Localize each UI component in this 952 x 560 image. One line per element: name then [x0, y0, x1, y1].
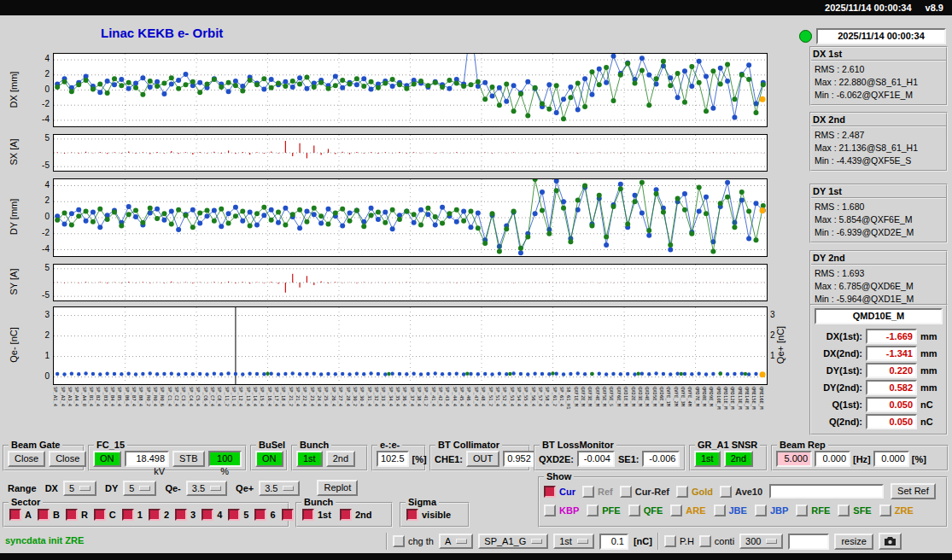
bpm-label: SP_30_2	[353, 387, 358, 406]
se1-label: SE1:	[618, 454, 639, 464]
show-rfe-checkbox[interactable]: RFE	[796, 505, 830, 516]
show-jbe-checkbox[interactable]: JBE	[714, 505, 747, 516]
show-pfe-checkbox[interactable]: PFE	[587, 505, 620, 516]
dy-orbit-plot[interactable]	[53, 178, 768, 257]
show-qfe-checkbox[interactable]: QFE	[628, 505, 663, 516]
bpm-label: SP_B1_4	[89, 387, 94, 406]
dx-axis-label: DX [mm]	[7, 53, 20, 125]
extra-input[interactable]	[788, 534, 829, 550]
show-kbp-checkbox[interactable]: KBP	[544, 505, 579, 516]
sector-a-checkbox[interactable]: A	[9, 509, 32, 521]
bpm-label: QXD1E_M	[623, 387, 628, 406]
stat-line: Min : -6.062@QXF1E_M	[815, 89, 943, 102]
bunch-2nd-checkbox[interactable]: 2nd	[340, 509, 372, 521]
bpm-label: SP_A3_4	[67, 387, 73, 406]
monitor-row-value: -1.669	[866, 329, 917, 344]
status-timestamp: 2025/11/14 00:00:34	[816, 28, 946, 44]
replot-button[interactable]: Replot	[317, 480, 358, 496]
bpm-label: SP_51_4	[495, 387, 500, 406]
checkbox-box	[201, 509, 213, 521]
qe-plus-range-select[interactable]: 3.5	[259, 481, 300, 496]
bunch-select-group-label: Bunch	[301, 497, 336, 507]
sector-1-checkbox[interactable]: 1	[122, 509, 143, 521]
show-zre-checkbox[interactable]: ZRE	[879, 505, 914, 516]
fc15-on-button[interactable]: ON	[93, 451, 121, 467]
bunch-number-select[interactable]: 1st	[553, 534, 594, 549]
interval-select[interactable]: 300	[739, 534, 783, 549]
bpm-select[interactable]: SP_A1_G	[478, 534, 548, 549]
sigma-visible-checkbox[interactable]: visible	[406, 509, 451, 521]
checkbox-label: Gold	[692, 487, 713, 497]
sector-6-checkbox[interactable]: 6	[254, 509, 275, 521]
gr-a1-snsr-group-label: GR_A1 SNSR	[695, 440, 760, 450]
checkbox-label: 5	[243, 510, 248, 520]
show-cur-checkbox[interactable]: Cur	[544, 486, 575, 498]
checkbox-box	[699, 535, 711, 547]
fc15-group: FC_15 ON 18.498 kV STB 100 %	[88, 445, 247, 471]
resize-button[interactable]: resize	[834, 534, 873, 550]
checkbox-box	[796, 505, 808, 516]
stat-line: RMS : 1.680	[815, 201, 943, 213]
chg-th-checkbox[interactable]: chg th	[393, 535, 434, 547]
y-tick-label: -2	[32, 228, 50, 237]
sector-4-checkbox[interactable]: 4	[201, 509, 222, 521]
show-ref-checkbox[interactable]: Ref	[582, 486, 613, 498]
busel-on-button[interactable]: ON	[255, 451, 283, 467]
threshold-input[interactable]: 0.1	[599, 534, 628, 550]
checkbox-box	[838, 505, 850, 516]
ref-name-input[interactable]	[769, 484, 884, 499]
bunch-1st-button[interactable]: 1st	[296, 451, 323, 467]
bpm-label: QMD11E_M	[723, 387, 728, 410]
set-ref-button[interactable]: Set Ref	[891, 483, 936, 499]
conti-checkbox[interactable]: conti	[699, 535, 734, 547]
sector-b-checkbox[interactable]: B	[38, 509, 60, 521]
bpm-label: QXD6E_M	[659, 387, 664, 406]
sector-5-checkbox[interactable]: 5	[228, 509, 248, 521]
bpm-label: QXF2E_M	[581, 387, 586, 406]
checkbox-box	[544, 505, 556, 516]
show-cur-ref-checkbox[interactable]: Cur-Ref	[620, 486, 669, 498]
sy-steering-plot[interactable]	[53, 264, 768, 301]
checkbox-box	[755, 505, 767, 516]
busel-group: BuSel ON	[250, 445, 288, 471]
dx-range-select[interactable]: 5	[63, 481, 96, 496]
show-are-checkbox[interactable]: ARE	[670, 505, 705, 516]
qe-minus-range-select[interactable]: 3.5	[186, 481, 227, 496]
checkbox-box	[149, 509, 161, 521]
show-jbp-checkbox[interactable]: JBP	[755, 505, 788, 516]
che1-label: CHE1:	[435, 454, 463, 464]
bunch-2nd-button[interactable]: 2nd	[326, 451, 355, 467]
y-tick-label: 0	[32, 371, 50, 381]
show-ave10-checkbox[interactable]: Ave10	[720, 486, 762, 498]
checkbox-label: Ref	[598, 487, 613, 497]
dx-orbit-plot[interactable]	[53, 53, 768, 127]
gr-a1-2nd-button[interactable]: 2nd	[724, 451, 753, 467]
sector-mode-select[interactable]: A	[439, 534, 473, 549]
fc15-stb-button[interactable]: STB	[172, 451, 204, 467]
camera-button[interactable]	[879, 533, 902, 550]
dy-range-select[interactable]: 5	[123, 481, 156, 496]
bpm-label: SP_23_4	[310, 387, 315, 406]
ph-checkbox[interactable]: P.H	[664, 535, 694, 547]
monitor-row-value: 0.220	[866, 363, 917, 378]
sector-r-checkbox[interactable]: R	[66, 509, 88, 521]
sx-steering-plot[interactable]	[53, 134, 768, 172]
checkbox-label: QFE	[644, 505, 663, 516]
charge-plot[interactable]	[53, 306, 768, 385]
show-gold-checkbox[interactable]: Gold	[676, 486, 713, 498]
qxd2e-label: QXD2E:	[539, 454, 574, 464]
gr-a1-1st-button[interactable]: 1st	[694, 451, 721, 467]
che1-out-button[interactable]: OUT	[466, 451, 499, 467]
sector-c-checkbox[interactable]: C	[94, 509, 116, 521]
monitor-row: DX(2nd):-1.341mm	[815, 345, 943, 362]
bunch-group-label: Bunch	[297, 440, 331, 450]
sector-3-checkbox[interactable]: 3	[175, 509, 196, 521]
beam-gate-close-button-1[interactable]: Close	[8, 451, 45, 467]
bpm-label: SP_43_4	[445, 387, 450, 406]
beam-gate-close-button-2[interactable]: Close	[49, 451, 86, 467]
show-sfe-checkbox[interactable]: SFE	[838, 505, 871, 516]
bunch-1st-checkbox[interactable]: 1st	[302, 509, 331, 521]
bpm-label: SP_11_2	[225, 387, 230, 406]
sector-2-checkbox[interactable]: 2	[149, 509, 169, 521]
status-row: syncdata init ZRE chg th A SP_A1_G 1st 0…	[0, 531, 952, 551]
